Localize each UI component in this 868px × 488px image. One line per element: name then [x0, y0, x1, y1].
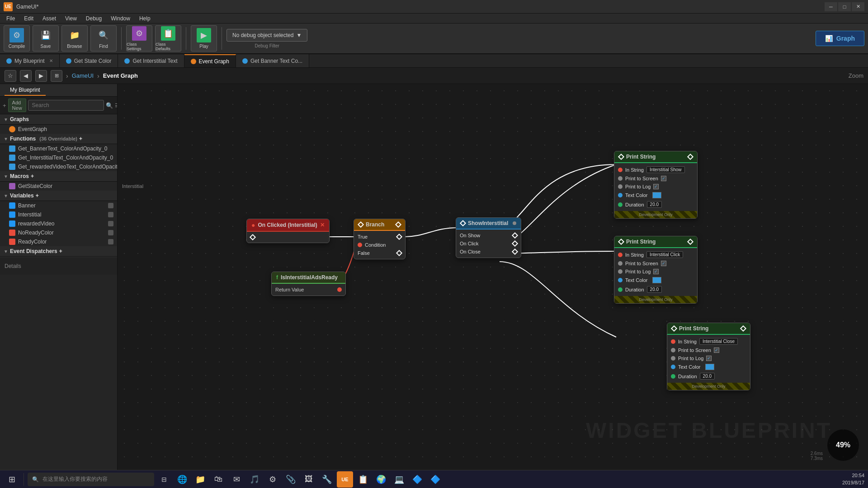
taskbar-app-7[interactable]: 📎: [283, 471, 299, 488]
tab-get-state-color[interactable]: Get State Color: [60, 54, 118, 67]
menu-help[interactable]: Help: [135, 14, 155, 23]
store-button[interactable]: 🛍: [210, 471, 226, 488]
func-item-2[interactable]: Get_rewardedVideoText_ColorAndOpacity_0: [0, 162, 117, 171]
macro-item-0[interactable]: GetStateColor: [0, 182, 117, 191]
taskbar-app-6[interactable]: ⚙: [264, 471, 281, 488]
var-interstitial-eye-icon[interactable]: [108, 212, 113, 217]
tab-my-blueprint[interactable]: My Blueprint ✕: [0, 54, 60, 67]
search-submit-icon[interactable]: 🔍: [106, 102, 113, 109]
menu-window[interactable]: Window: [106, 14, 135, 23]
add-function-button[interactable]: +: [79, 136, 82, 142]
print-string-2-node[interactable]: Print String In String Interstitial Clic…: [614, 236, 698, 304]
print-log-checkbox-3[interactable]: ✓: [706, 356, 712, 361]
tab-bar: My Blueprint ✕ Get State Color Get Inter…: [0, 54, 868, 68]
my-blueprint-tab[interactable]: My Blueprint: [5, 85, 46, 96]
tab-icon-event-graph: [191, 59, 196, 64]
is-interstitial-ready-node[interactable]: f IsInterstitialAdsReady Return Value: [271, 272, 346, 296]
taskbar-app-14[interactable]: 🔷: [409, 471, 425, 488]
event-graph-item[interactable]: EventGraph: [0, 125, 117, 134]
windows-search-bar[interactable]: 🔍 在这里输入你要搜索的内容: [28, 473, 154, 486]
menu-view[interactable]: View: [61, 14, 81, 23]
tab-event-graph[interactable]: Event Graph: [184, 54, 236, 67]
home-button[interactable]: ⊞: [51, 70, 62, 82]
variables-section-header[interactable]: ▼ Variables +: [0, 191, 117, 201]
mail-button[interactable]: ✉: [228, 471, 245, 488]
taskbar: ⊞ 🔍 在这里输入你要搜索的内容 ⊟ 🌐 📁 🛍 ✉ 🎵 ⚙ 📎 🖼 🔧 UE …: [0, 470, 868, 488]
var-banner[interactable]: Banner: [0, 201, 117, 210]
graph-panel-button[interactable]: 📊 Graph: [816, 31, 864, 46]
edge-button[interactable]: 🌐: [174, 471, 190, 488]
add-dispatcher-button[interactable]: +: [59, 248, 62, 254]
task-view-button[interactable]: ⊟: [156, 471, 172, 488]
var-ready-color[interactable]: ReadyColor: [0, 237, 117, 246]
close-node-icon[interactable]: ✕: [320, 222, 325, 228]
var-eye-icon[interactable]: [108, 203, 113, 208]
search-input[interactable]: [28, 100, 104, 111]
save-button[interactable]: 💾 Save: [33, 25, 59, 52]
add-variable-button[interactable]: +: [36, 192, 39, 199]
find-button[interactable]: 🔍 Find: [90, 25, 117, 52]
func-item-1[interactable]: Get_InterstitialText_ColorAndOpacity_0: [0, 153, 117, 162]
blueprint-canvas[interactable]: ● On Clicked (Interstitial) ✕ f IsInters…: [118, 84, 868, 470]
class-defaults-button[interactable]: 📋 Class Defaults: [155, 25, 181, 52]
taskbar-app-15[interactable]: 🔷: [427, 471, 443, 488]
var-interstitial[interactable]: Interstitial: [0, 210, 117, 219]
close-button[interactable]: ✕: [852, 2, 864, 11]
var-rewarded-video[interactable]: rewardedVideo: [0, 219, 117, 228]
explorer-button[interactable]: 📁: [192, 471, 208, 488]
on-clicked-node[interactable]: ● On Clicked (Interstitial) ✕: [246, 219, 330, 243]
menu-debug[interactable]: Debug: [81, 14, 106, 23]
forward-button[interactable]: ▶: [35, 70, 47, 82]
var-no-ready-color[interactable]: NoReadyColor: [0, 228, 117, 237]
play-button[interactable]: ▶ Play: [191, 25, 217, 52]
menu-file[interactable]: File: [2, 14, 19, 23]
graphs-section-header[interactable]: ▼ Graphs: [0, 114, 117, 125]
minimize-button[interactable]: ─: [825, 2, 837, 11]
taskbar-ue-button[interactable]: UE: [337, 471, 353, 488]
print-string-2-body: In String Interstitial Click Print to Sc…: [614, 248, 697, 296]
blueprint-tab-bar: My Blueprint: [0, 84, 117, 97]
print-string-3-node[interactable]: Print String In String Interstitial Clos…: [667, 323, 750, 390]
back-button[interactable]: ◀: [20, 70, 32, 82]
taskbar-app-9[interactable]: 🔧: [319, 471, 335, 488]
var-rewarded-eye-icon[interactable]: [108, 221, 113, 226]
tab-get-interstitial-text[interactable]: Get Interstitial Text: [118, 54, 184, 67]
menu-asset[interactable]: Asset: [38, 14, 61, 23]
print-screen-checkbox-2[interactable]: ✓: [661, 261, 666, 266]
print-screen-checkbox[interactable]: ✓: [661, 176, 666, 181]
tab-close-my-blueprint[interactable]: ✕: [49, 58, 53, 63]
var-ready-eye-icon[interactable]: [108, 239, 113, 244]
windows-start-button[interactable]: ⊞: [4, 471, 20, 488]
branch-node[interactable]: Branch True Condition False: [354, 219, 406, 259]
text-color-swatch[interactable]: [652, 192, 661, 198]
text-color-swatch-2[interactable]: [652, 277, 661, 283]
taskbar-app-11[interactable]: 📋: [355, 471, 371, 488]
browse-button[interactable]: 📁 Browse: [61, 25, 88, 52]
print-string-1-node[interactable]: Print String In String Interstitial Show…: [614, 151, 698, 219]
class-settings-button[interactable]: ⚙ Class Settings: [126, 25, 152, 52]
taskbar-app-12[interactable]: 🌍: [373, 471, 389, 488]
duration-row: Duration 20.0: [618, 201, 693, 208]
taskbar-app-5[interactable]: 🎵: [246, 471, 263, 488]
print-screen-checkbox-3[interactable]: ✓: [714, 347, 719, 353]
var-noready-eye-icon[interactable]: [108, 230, 113, 235]
macros-section-header[interactable]: ▼ Macros +: [0, 171, 117, 182]
menu-edit[interactable]: Edit: [19, 14, 38, 23]
bookmark-button[interactable]: ☆: [5, 70, 16, 82]
print-log-checkbox-2[interactable]: ✓: [653, 269, 659, 274]
func-item-0[interactable]: Get_BannerText_ColorAndOpacity_0: [0, 144, 117, 153]
debug-filter-dropdown[interactable]: No debug object selected ▼: [226, 29, 307, 42]
taskbar-app-8[interactable]: 🖼: [301, 471, 317, 488]
show-interstitial-node[interactable]: ShowInterstitial On Show On Click On Clo…: [456, 217, 521, 258]
text-color-swatch-3[interactable]: [705, 364, 714, 370]
add-new-button[interactable]: Add New: [8, 99, 26, 112]
restore-button[interactable]: □: [838, 2, 851, 11]
breadcrumb-gameui[interactable]: GameUI: [72, 72, 94, 79]
functions-section-header[interactable]: ▼ Functions (36 Overridable) +: [0, 134, 117, 144]
print-log-checkbox[interactable]: ✓: [653, 184, 659, 189]
compile-button[interactable]: ⚙ Compile: [4, 25, 30, 52]
tab-get-banner-text[interactable]: Get Banner Text Co...: [236, 54, 309, 67]
event-dispatchers-header[interactable]: ▼ Event Dispatchers +: [0, 246, 117, 257]
add-macro-button[interactable]: +: [31, 173, 34, 179]
taskbar-app-13[interactable]: 💻: [391, 471, 407, 488]
